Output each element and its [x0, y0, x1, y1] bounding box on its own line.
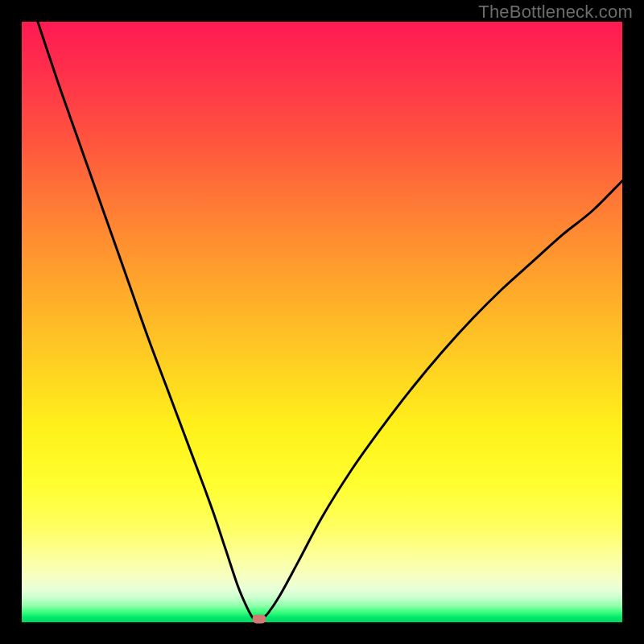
chart-stage: TheBottleneck.com: [0, 0, 644, 644]
bottleneck-marker: [252, 615, 266, 624]
bottleneck-curve: [22, 22, 622, 622]
plot-area: [22, 22, 622, 622]
watermark-text: TheBottleneck.com: [478, 2, 633, 23]
